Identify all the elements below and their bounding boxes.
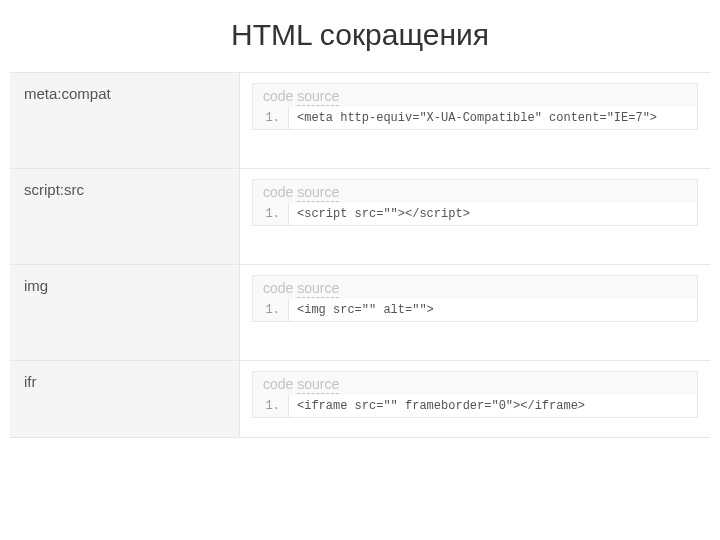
table-row: ifr code source 1. <iframe src="" frameb…	[10, 360, 710, 438]
line-number: 1.	[253, 107, 289, 129]
code-line: 1. <script src=""></script>	[253, 203, 697, 225]
code-header-code: code	[263, 280, 293, 296]
shortcuts-table: meta:compat code source 1. <meta http-eq…	[10, 72, 710, 438]
code-line: 1. <img src="" alt="">	[253, 299, 697, 321]
code-box: code source 1. <iframe src="" frameborde…	[252, 371, 698, 418]
table-row: meta:compat code source 1. <meta http-eq…	[10, 72, 710, 168]
shortcut-label: meta:compat	[10, 73, 240, 168]
code-header: code source	[253, 276, 697, 299]
code-header: code source	[253, 84, 697, 107]
line-number: 1.	[253, 203, 289, 225]
code-text: <iframe src="" frameborder="0"></iframe>	[289, 395, 697, 417]
page-title: HTML сокращения	[0, 0, 720, 72]
code-header-code: code	[263, 88, 293, 104]
code-line: 1. <iframe src="" frameborder="0"></ifra…	[253, 395, 697, 417]
shortcut-label: script:src	[10, 169, 240, 264]
code-box: code source 1. <meta http-equiv="X-UA-Co…	[252, 83, 698, 130]
code-box: code source 1. <script src=""></script>	[252, 179, 698, 226]
table-row: script:src code source 1. <script src=""…	[10, 168, 710, 264]
code-header: code source	[253, 180, 697, 203]
shortcut-label: img	[10, 265, 240, 360]
line-number: 1.	[253, 395, 289, 417]
code-text: <img src="" alt="">	[289, 299, 697, 321]
table-row: img code source 1. <img src="" alt="">	[10, 264, 710, 360]
code-line: 1. <meta http-equiv="X-UA-Compatible" co…	[253, 107, 697, 129]
code-text: <meta http-equiv="X-UA-Compatible" conte…	[289, 107, 697, 129]
shortcut-expansion: code source 1. <img src="" alt="">	[240, 265, 710, 360]
code-header-source[interactable]: source	[297, 376, 339, 394]
shortcut-expansion: code source 1. <script src=""></script>	[240, 169, 710, 264]
code-text: <script src=""></script>	[289, 203, 697, 225]
shortcut-expansion: code source 1. <iframe src="" frameborde…	[240, 361, 710, 437]
code-header-source[interactable]: source	[297, 88, 339, 106]
code-header-code: code	[263, 184, 293, 200]
shortcut-label: ifr	[10, 361, 240, 437]
code-header-source[interactable]: source	[297, 280, 339, 298]
line-number: 1.	[253, 299, 289, 321]
shortcut-expansion: code source 1. <meta http-equiv="X-UA-Co…	[240, 73, 710, 168]
code-header-source[interactable]: source	[297, 184, 339, 202]
code-header: code source	[253, 372, 697, 395]
code-header-code: code	[263, 376, 293, 392]
code-box: code source 1. <img src="" alt="">	[252, 275, 698, 322]
